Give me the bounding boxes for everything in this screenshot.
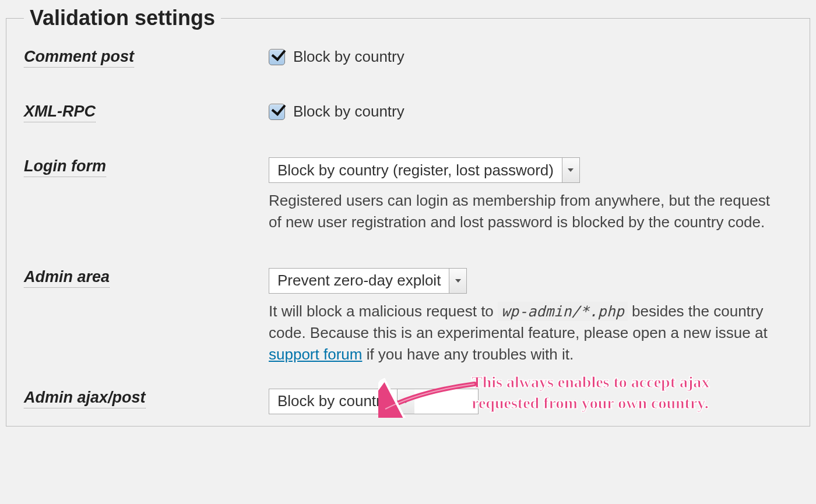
label-comment-post: Comment post [24,48,134,68]
select-login-form-value: Block by country (register, lost passwor… [269,158,562,182]
admin-area-desc-post: if you have any troubles with it. [367,346,574,363]
select-admin-ajax-value: Block by country [269,389,397,414]
dropdown-arrow-icon [397,389,414,414]
row-login-form: Login form Block by country (register, l… [24,157,792,233]
dropdown-arrow-icon [449,269,466,293]
select-login-form[interactable]: Block by country (register, lost passwor… [269,157,580,183]
validation-settings-fieldset: Validation settings Comment post Block b… [6,6,810,427]
row-admin-area: Admin area Prevent zero-day exploit It w… [24,268,792,365]
svg-marker-0 [568,168,574,172]
admin-area-code-path: wp-admin/*.php [498,302,628,321]
select-admin-ajax[interactable]: Block by country [269,389,479,414]
description-login-form: Registered users can login as membership… [269,190,782,233]
dropdown-arrow-icon [562,158,579,182]
checkbox-label-xml-rpc: Block by country [293,103,405,121]
fieldset-legend: Validation settings [24,6,221,30]
row-xml-rpc: XML-RPC Block by country [24,103,792,122]
svg-marker-1 [455,279,461,283]
row-comment-post: Comment post Block by country [24,48,792,68]
checkbox-xml-rpc[interactable] [269,104,285,120]
label-xml-rpc: XML-RPC [24,103,96,122]
label-admin-area: Admin area [24,268,110,288]
checkbox-comment-post[interactable] [269,49,285,65]
svg-marker-2 [403,400,409,403]
support-forum-link[interactable]: support forum [269,346,362,363]
select-admin-area-value: Prevent zero-day exploit [269,269,449,293]
admin-area-desc-pre: It will block a malicious request to [269,302,498,320]
description-admin-area: It will block a malicious request to wp-… [269,301,782,365]
select-admin-area[interactable]: Prevent zero-day exploit [269,268,467,294]
label-admin-ajax: Admin ajax/post [24,389,146,408]
row-admin-ajax: Admin ajax/post Block by country [24,389,792,414]
checkbox-label-comment-post: Block by country [293,48,405,66]
label-login-form: Login form [24,157,106,177]
